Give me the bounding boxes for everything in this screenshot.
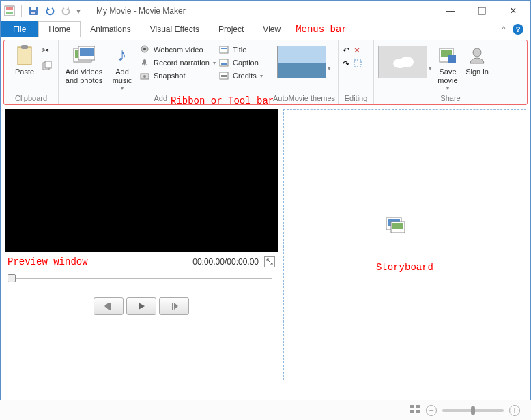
svg-rect-2 bbox=[6, 12, 13, 14]
automovie-theme-thumb[interactable] bbox=[277, 46, 326, 78]
tab-project[interactable]: Project bbox=[209, 21, 253, 37]
webcam-button[interactable]: Webcam video bbox=[139, 44, 216, 55]
svg-rect-5 bbox=[31, 12, 35, 14]
annotation-storyboard: Storyboard bbox=[376, 262, 433, 273]
save-icon[interactable] bbox=[26, 3, 41, 18]
fullscreen-icon[interactable] bbox=[264, 256, 275, 267]
cut-icon[interactable]: ✂ bbox=[42, 46, 52, 55]
undo-icon[interactable] bbox=[42, 3, 57, 18]
paste-button[interactable]: Paste bbox=[8, 43, 41, 76]
snapshot-button[interactable]: Snapshot bbox=[139, 70, 216, 81]
svg-rect-20 bbox=[220, 46, 228, 53]
svg-rect-7 bbox=[18, 47, 31, 65]
svg-point-19 bbox=[143, 75, 146, 78]
svg-point-30 bbox=[400, 57, 414, 68]
svg-rect-27 bbox=[221, 76, 227, 77]
minimize-button[interactable]: ― bbox=[435, 1, 466, 21]
svg-rect-17 bbox=[143, 59, 146, 65]
window-title: My Movie - Movie Maker bbox=[96, 6, 186, 16]
svg-rect-6 bbox=[478, 7, 485, 14]
svg-rect-25 bbox=[221, 74, 227, 74]
next-frame-button[interactable] bbox=[159, 297, 189, 315]
svg-rect-4 bbox=[31, 7, 36, 10]
group-share: Share bbox=[374, 93, 527, 104]
play-button[interactable] bbox=[126, 297, 156, 315]
status-bar: − + bbox=[0, 400, 531, 420]
rotate-right-icon[interactable]: ↷ bbox=[343, 59, 349, 70]
credits-button[interactable]: Credits ▾ bbox=[218, 70, 263, 81]
annotation-preview: Preview window bbox=[8, 256, 88, 267]
maximize-button[interactable] bbox=[466, 1, 498, 21]
preview-pane: Preview window 00:00.00/00:00.00 bbox=[5, 109, 278, 380]
help-icon[interactable]: ? bbox=[513, 24, 523, 35]
svg-rect-44 bbox=[416, 410, 420, 413]
svg-rect-42 bbox=[416, 405, 420, 408]
annotation-menus: Menus bar bbox=[290, 21, 353, 37]
group-clipboard: Clipboard bbox=[4, 93, 58, 104]
svg-rect-36 bbox=[172, 303, 173, 310]
svg-rect-14 bbox=[80, 48, 94, 56]
tab-animations[interactable]: Animations bbox=[81, 21, 140, 37]
tab-file[interactable]: File bbox=[1, 21, 38, 37]
zoom-slider[interactable] bbox=[442, 409, 504, 412]
svg-rect-22 bbox=[220, 59, 228, 66]
time-display: 00:00.00/00:00.00 bbox=[192, 257, 259, 267]
tab-visual-effects[interactable]: Visual Effects bbox=[141, 21, 209, 37]
thumbnails-view-icon[interactable] bbox=[410, 404, 420, 416]
svg-rect-41 bbox=[410, 405, 414, 408]
zoom-out-button[interactable]: − bbox=[426, 405, 437, 416]
video-preview[interactable] bbox=[5, 109, 278, 252]
add-videos-button[interactable]: Add videos and photos bbox=[63, 43, 105, 85]
svg-rect-23 bbox=[221, 63, 227, 65]
tab-home[interactable]: Home bbox=[38, 21, 81, 38]
delete-icon[interactable]: ✕ bbox=[354, 46, 360, 55]
select-all-icon[interactable] bbox=[354, 59, 362, 70]
svg-rect-28 bbox=[354, 60, 361, 67]
svg-rect-35 bbox=[109, 303, 111, 310]
caption-button[interactable]: Caption bbox=[218, 57, 263, 68]
annotation-ribbon: Ribbon or Tool bar bbox=[171, 95, 274, 106]
record-narration-button[interactable]: Record narration ▾ bbox=[139, 57, 216, 68]
ribbon-collapse-icon[interactable]: ^ bbox=[502, 25, 506, 34]
redo-icon[interactable] bbox=[59, 3, 74, 18]
svg-rect-10 bbox=[45, 61, 51, 68]
rotate-left-icon[interactable]: ↶ bbox=[343, 46, 349, 55]
seek-slider[interactable] bbox=[8, 275, 275, 281]
svg-rect-40 bbox=[392, 223, 403, 229]
zoom-in-button[interactable]: + bbox=[509, 405, 520, 416]
storyboard-pane[interactable]: —— Storyboard bbox=[283, 109, 526, 380]
storyboard-placeholder-icon: —— bbox=[386, 217, 424, 235]
svg-point-34 bbox=[473, 48, 481, 57]
menu-bar: File Home Animations Visual Effects Proj… bbox=[1, 21, 530, 38]
tab-view[interactable]: View bbox=[253, 21, 290, 37]
copy-icon[interactable] bbox=[42, 61, 52, 72]
svg-rect-1 bbox=[6, 7, 13, 10]
titlebar: ▾ My Movie - Movie Maker ― × bbox=[1, 1, 530, 21]
save-movie-button[interactable]: Save movie▾ bbox=[433, 43, 462, 92]
add-music-button[interactable]: ♪ Add music▾ bbox=[108, 43, 137, 92]
svg-rect-33 bbox=[448, 55, 456, 63]
close-button[interactable]: × bbox=[498, 1, 529, 21]
svg-rect-8 bbox=[21, 45, 28, 49]
share-cloud-icon[interactable] bbox=[378, 46, 427, 78]
svg-rect-43 bbox=[410, 410, 414, 413]
prev-frame-button[interactable] bbox=[94, 297, 124, 315]
title-button[interactable]: Title bbox=[218, 44, 263, 55]
svg-point-16 bbox=[143, 48, 146, 50]
group-editing: Editing bbox=[339, 93, 373, 104]
app-icon bbox=[2, 3, 17, 18]
group-automovie: AutoMovie themes bbox=[270, 93, 338, 104]
sign-in-button[interactable]: Sign in bbox=[463, 43, 491, 76]
svg-rect-26 bbox=[221, 75, 227, 76]
svg-rect-21 bbox=[221, 48, 227, 49]
